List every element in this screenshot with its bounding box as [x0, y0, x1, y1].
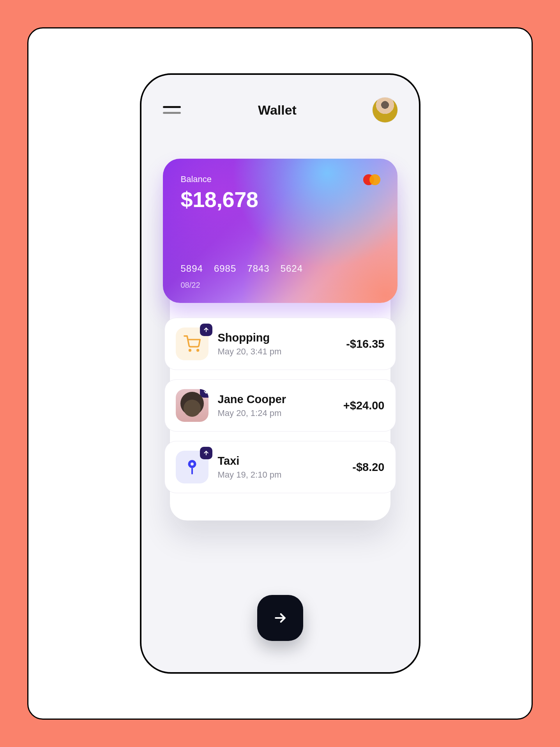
card-expiry: 08/22: [181, 281, 200, 290]
svg-point-1: [197, 350, 198, 351]
next-button[interactable]: [257, 595, 303, 641]
menu-button[interactable]: [163, 102, 182, 118]
card-number-group: 7843: [247, 263, 269, 274]
transaction-list: Shopping May 20, 3:41 pm -$16.35: [163, 318, 397, 493]
transaction-amount: +$24.00: [343, 399, 385, 412]
transaction-title: Shopping: [218, 331, 337, 344]
arrow-up-icon: [200, 447, 212, 459]
transaction-amount: -$16.35: [346, 338, 384, 350]
transaction-title: Jane Cooper: [218, 393, 334, 406]
transaction-row[interactable]: Jane Cooper May 20, 1:24 pm +$24.00: [164, 379, 396, 432]
cart-icon: [176, 327, 208, 360]
card-number: 5894 6985 7843 5624: [181, 263, 303, 274]
card-number-group: 6985: [214, 263, 236, 274]
transaction-time: May 20, 3:41 pm: [218, 347, 337, 357]
avatar[interactable]: [373, 97, 397, 122]
svg-point-3: [191, 462, 194, 466]
person-avatar-icon: [176, 389, 208, 422]
transaction-info: Shopping May 20, 3:41 pm: [218, 331, 337, 357]
card-number-group: 5624: [281, 263, 303, 274]
balance-card[interactable]: Balance $18,678 5894 6985 7843 5624 08/2…: [163, 159, 397, 303]
balance-amount: $18,678: [181, 187, 380, 212]
balance-label: Balance: [181, 174, 380, 184]
pin-icon: [176, 451, 208, 483]
content-stack: Balance $18,678 5894 6985 7843 5624 08/2…: [163, 159, 397, 493]
transaction-title: Taxi: [218, 455, 343, 467]
transaction-time: May 20, 1:24 pm: [218, 408, 334, 418]
phone-screen: Wallet Balance $18,678 5894 6985 7843 56…: [140, 73, 420, 674]
transaction-row[interactable]: Taxi May 19, 2:10 pm -$8.20: [164, 441, 396, 493]
arrow-up-icon: [200, 324, 212, 336]
transaction-row[interactable]: Shopping May 20, 3:41 pm -$16.35: [164, 318, 396, 370]
svg-point-0: [189, 350, 191, 351]
card-number-group: 5894: [181, 263, 203, 274]
header: Wallet: [163, 96, 397, 124]
transaction-info: Taxi May 19, 2:10 pm: [218, 455, 343, 480]
transaction-info: Jane Cooper May 20, 1:24 pm: [218, 393, 334, 418]
transaction-amount: -$8.20: [352, 461, 384, 474]
arrow-down-icon: [200, 389, 208, 398]
page-title: Wallet: [258, 103, 297, 118]
transaction-time: May 19, 2:10 pm: [218, 470, 343, 480]
preview-frame: Wallet Balance $18,678 5894 6985 7843 56…: [27, 27, 533, 720]
